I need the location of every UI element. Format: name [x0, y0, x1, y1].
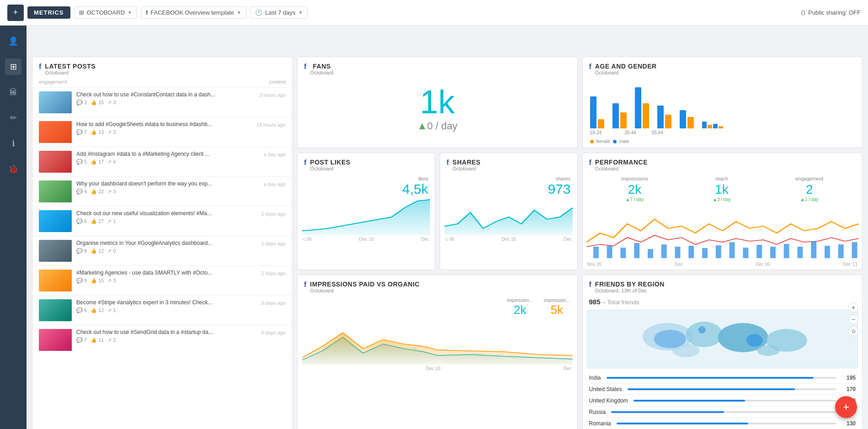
list-item[interactable]: Why your dashboard doesn't perform the w…	[32, 176, 292, 206]
region-bar-fill	[607, 377, 814, 379]
latest-posts-title: LATEST POSTS	[45, 63, 96, 70]
post-thumbnail	[39, 210, 72, 232]
perf-x-nov26: Nov 26	[587, 262, 602, 267]
post-thumbnail	[39, 91, 72, 113]
zoom-out-button[interactable]: −	[848, 314, 858, 324]
region-name: Russia	[589, 409, 606, 415]
post-timestamp: 2 days ago	[261, 270, 286, 276]
facebook-template-dropdown[interactable]: f FACEBOOK Overview template ▼	[141, 6, 246, 19]
post-comments: 💬 7	[76, 129, 87, 135]
list-item[interactable]: Check out how to use #SendGrid data in a…	[32, 325, 292, 355]
share-icon: ⟨⟩	[801, 9, 805, 16]
post-likes: 👍 15	[91, 100, 104, 106]
sidebar-item-debug[interactable]: 🐞	[5, 161, 21, 177]
list-item[interactable]: Become #Stripe #analytics expert in 3 mi…	[32, 295, 292, 325]
region-bar-fill	[628, 388, 795, 390]
post-shares: ↗ 1	[107, 218, 116, 224]
list-item[interactable]: Check out how to use #ConstantContact da…	[32, 87, 292, 117]
post-timestamp: a day ago	[264, 152, 286, 157]
post-shares: ↗ 2	[107, 337, 116, 343]
facebook-icon-fans: f	[304, 63, 306, 71]
post-comments: 💬 6	[76, 218, 87, 224]
post-timestamp: 3 days ago	[261, 300, 286, 306]
sidebar-item-grid[interactable]: ⊞	[5, 58, 21, 75]
perf-x-dec06: Dec 06	[756, 262, 770, 267]
age-label-3544: 35-44	[624, 130, 636, 135]
perf-reach-label: reach	[713, 176, 731, 181]
impressions-title: IMPRESSIONS PAID VS ORGANIC	[310, 281, 420, 288]
svg-rect-14	[783, 244, 789, 258]
latest-posts-card: f LATEST POSTS Octoboard engagement cont…	[32, 57, 293, 429]
sidebar-item-edit[interactable]: ✏	[5, 110, 21, 126]
sidebar-item-profile[interactable]: 👤	[5, 33, 21, 49]
post-thumbnail	[39, 240, 72, 262]
list-item[interactable]: Check out our new useful visualization e…	[32, 206, 292, 236]
bar-25-34-female	[620, 112, 627, 128]
post-timestamp: 6 days ago	[261, 330, 286, 335]
post-shares: ↗ 3	[107, 100, 116, 106]
post-timestamp: 18 hours ago	[256, 122, 286, 127]
bar-18-24-female	[598, 119, 604, 128]
public-sharing-toggle[interactable]: ⟨⟩ Public sharing: OFF	[801, 9, 861, 16]
imp-x-dec10: Dec 10	[426, 366, 441, 371]
post-thumbnail	[39, 299, 72, 321]
post-shares: ↗ 3	[107, 189, 116, 195]
metrics-button[interactable]: METRICS	[27, 6, 70, 19]
list-item[interactable]: Add #Instagram #data to a #Marketing Age…	[32, 147, 292, 176]
post-likes-title: POST LIKES	[310, 159, 350, 166]
shares-title: SHARES	[453, 159, 480, 166]
dashboard-icon: ⊞	[79, 9, 84, 16]
svg-rect-15	[797, 247, 803, 258]
post-timestamp: 3 hours ago	[259, 92, 286, 98]
post-text: How to add #GoogleSheets #data to busine…	[76, 121, 252, 127]
post-likes-card: f POST LIKES Octoboard likes 4,5k	[297, 153, 435, 270]
fab-add-button[interactable]: +	[835, 396, 857, 418]
bar-extra-female	[719, 126, 723, 128]
chevron-down-icon-2: ▼	[237, 10, 241, 15]
list-item[interactable]: How to add #GoogleSheets #data to busine…	[32, 117, 292, 147]
svg-rect-13	[770, 247, 775, 258]
region-name: India	[589, 375, 601, 381]
post-likes: 👍 27	[91, 218, 104, 224]
octoboard-dropdown[interactable]: ⊞ OCTOBOARD ▼	[74, 6, 137, 19]
friends-region-card: f FRIENDS BY REGION Octoboard, 13th of D…	[582, 275, 863, 429]
region-name: United States	[589, 386, 622, 392]
perf-reach-val: 1k	[713, 182, 731, 197]
sidebar-item-bank[interactable]: 🏛	[5, 84, 21, 101]
shares-card: f SHARES Octoboard shares 973	[440, 153, 578, 270]
svg-rect-7	[688, 246, 694, 258]
chevron-down-icon: ▼	[128, 10, 132, 15]
post-comments: 💬 8	[76, 248, 87, 254]
chevron-down-icon-3: ▼	[298, 10, 303, 15]
region-bar-fill	[611, 411, 724, 413]
list-item[interactable]: Organise metrics in Your #GoogleAnalytic…	[32, 236, 292, 265]
likes-x-dec: Dec	[421, 237, 429, 242]
posts-list: Check out how to use #ConstantContact da…	[32, 87, 292, 355]
perf-x-dec11: Dec 11	[843, 262, 857, 267]
post-comments: 💬 6	[76, 307, 87, 313]
perf-engagement-label: engagement	[795, 176, 823, 181]
impressions-sub: Octoboard	[310, 288, 420, 293]
svg-point-23	[686, 322, 722, 347]
paid-impression-label: impression...	[507, 298, 533, 303]
post-likes: 👍 22	[91, 189, 104, 195]
svg-rect-4	[647, 249, 653, 258]
sidebar-item-info[interactable]: ℹ	[5, 135, 21, 152]
svg-rect-8	[702, 248, 708, 258]
fans-value: 1k	[298, 85, 577, 118]
date-range-dropdown[interactable]: 🕐 Last 7 days ▼	[250, 6, 308, 19]
post-timestamp: 2 days ago	[261, 211, 286, 217]
region-value: 130	[842, 420, 856, 427]
svg-rect-3	[634, 243, 639, 258]
list-item[interactable]: #Marketing Agencies - use data SMARTLY w…	[32, 265, 292, 295]
likes-chart	[302, 199, 430, 235]
post-comments: 💬 4	[76, 189, 87, 195]
region-value: 170	[842, 386, 856, 392]
zoom-reset-button[interactable]: ⊙	[848, 326, 858, 336]
zoom-in-button[interactable]: +	[848, 302, 858, 312]
logo-button[interactable]: +	[7, 5, 24, 21]
perf-engagement-val: 2	[795, 182, 823, 197]
svg-rect-2	[620, 248, 626, 258]
main-content: f LATEST POSTS Octoboard engagement cont…	[27, 51, 868, 429]
region-bar-fill	[617, 423, 749, 424]
